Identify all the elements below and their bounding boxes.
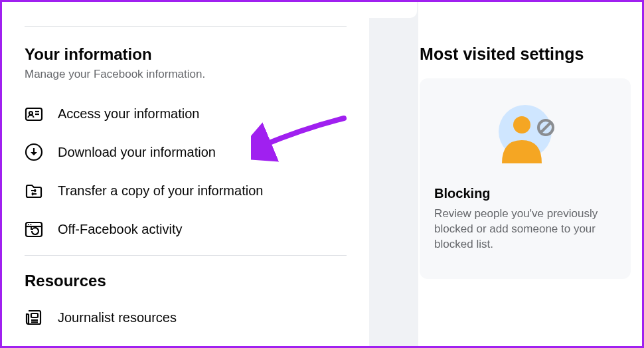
svg-point-1 (29, 112, 33, 115)
resources-menu: Journalist resources (21, 298, 351, 337)
menu-item-label: Access your information (58, 106, 199, 122)
blocking-illustration (434, 98, 616, 186)
menu-item-label: Download your information (58, 145, 216, 160)
previous-card-fragment (25, 2, 347, 14)
your-information-subtitle: Manage your Facebook information. (21, 68, 351, 81)
card-title: Blocking (434, 186, 616, 201)
menu-item-label: Off-Facebook activity (58, 222, 182, 237)
download-icon (25, 143, 43, 161)
your-information-menu: Access your information Download your in… (21, 94, 351, 248)
svg-rect-0 (26, 108, 42, 120)
menu-item-label: Transfer a copy of your information (58, 183, 263, 199)
off-facebook-activity-item[interactable]: Off-Facebook activity (21, 210, 351, 248)
your-information-heading: Your information (21, 45, 351, 64)
menu-item-label: Journalist resources (58, 310, 177, 325)
journalist-resources-item[interactable]: Journalist resources (21, 298, 351, 337)
browser-activity-icon (25, 220, 43, 238)
section-divider (25, 26, 347, 27)
transfer-folder-icon (25, 181, 43, 200)
blocking-card[interactable]: Blocking Review people you've previously… (420, 78, 631, 279)
resources-heading: Resources (21, 272, 351, 290)
right-panel: Most visited settings Blocking Review pe… (418, 2, 642, 346)
svg-point-15 (513, 116, 530, 133)
newspaper-icon (25, 308, 43, 327)
transfer-copy-item[interactable]: Transfer a copy of your information (21, 171, 351, 210)
svg-point-9 (31, 224, 32, 225)
card-description: Review people you've previously blocked … (434, 207, 616, 252)
access-your-information-item[interactable]: Access your information (21, 94, 351, 133)
svg-rect-11 (31, 313, 38, 317)
id-card-icon (25, 104, 43, 123)
section-divider (25, 255, 347, 256)
download-your-information-item[interactable]: Download your information (21, 133, 351, 171)
most-visited-heading: Most visited settings (420, 44, 642, 64)
svg-point-8 (28, 224, 29, 225)
panel-gap (369, 2, 418, 346)
settings-sidebar: Your information Manage your Facebook in… (2, 2, 369, 346)
